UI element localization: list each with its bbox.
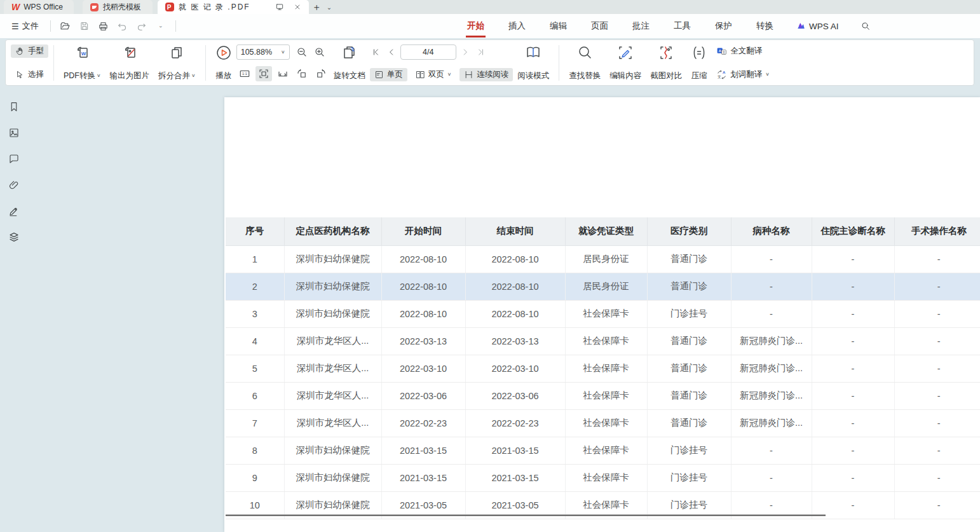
- fit-width-icon[interactable]: [275, 66, 291, 81]
- menu-insert[interactable]: 插入: [507, 18, 527, 34]
- save-icon[interactable]: [76, 18, 93, 34]
- ribbon-background: 手型 选择 W PDF转换∨ 输出为图片 拆分合并∨ 播放 105.88% ∨: [0, 38, 980, 87]
- close-tab-icon[interactable]: [294, 3, 301, 11]
- table-cell: 深圳市龙华区人...: [284, 355, 381, 382]
- zoom-in-icon[interactable]: [314, 46, 325, 58]
- menu-start[interactable]: 开始: [466, 18, 486, 34]
- read-mode-button[interactable]: 阅读模式: [513, 44, 554, 81]
- undo-icon[interactable]: [114, 18, 131, 34]
- redo-icon[interactable]: [133, 18, 150, 34]
- table-cell: 社会保障卡: [565, 382, 647, 409]
- signature-pen-icon[interactable]: [7, 204, 21, 218]
- divider: [559, 45, 559, 81]
- quickbar-chevron-icon[interactable]: ⌄: [153, 20, 169, 32]
- table-row[interactable]: 3深圳市妇幼保健院2022-08-102022-08-10社会保障卡门诊挂号--…: [226, 300, 980, 327]
- table-row[interactable]: 5深圳市龙华区人...2022-03-102022-03-10社会保障卡普通门诊…: [226, 355, 980, 382]
- table-cell: 社会保障卡: [565, 355, 647, 382]
- table-cell: 深圳市龙华区人...: [284, 327, 381, 355]
- menu-edit[interactable]: 编辑: [548, 18, 568, 34]
- pdf-page[interactable]: 序号定点医药机构名称开始时间结束时间就诊凭证类型医疗类别病种名称住院主诊断名称手…: [224, 97, 980, 532]
- table-row[interactable]: 1深圳市妇幼保健院2022-08-102022-08-10居民身份证普通门诊--…: [226, 245, 980, 273]
- pointer-tools-group: 手型 选择: [11, 44, 48, 81]
- menubar-search-icon[interactable]: [861, 21, 871, 31]
- document-area[interactable]: 序号定点医药机构名称开始时间结束时间就诊凭证类型医疗类别病种名称住院主诊断名称手…: [28, 87, 980, 532]
- tab-wps-office[interactable]: W WPS Office: [4, 0, 74, 14]
- table-header-cell: 病种名称: [731, 217, 812, 245]
- export-as-image-button[interactable]: 输出为图片: [105, 44, 154, 81]
- tab-list-chevron-icon[interactable]: ⌄: [324, 0, 334, 14]
- read-mode-label: 阅读模式: [517, 71, 549, 81]
- file-menu-button[interactable]: ☰ 文件: [6, 18, 44, 34]
- next-page-icon[interactable]: [459, 45, 472, 59]
- attachment-icon[interactable]: [7, 178, 21, 192]
- table-cell: 社会保障卡: [565, 327, 647, 355]
- print-icon[interactable]: [95, 18, 112, 34]
- double-page-button[interactable]: 双页 ∨: [411, 68, 456, 81]
- translate-group: A文 全文翻译 文A 划词翻译 ∨: [712, 44, 774, 81]
- fit-page-icon[interactable]: [255, 66, 272, 81]
- tab-docer-label: 找稻壳模板: [103, 2, 141, 13]
- word-translate-button[interactable]: 文A 划词翻译 ∨: [712, 68, 774, 81]
- table-row[interactable]: 9深圳市妇幼保健院2021-03-152021-03-15社会保障卡门诊挂号--…: [226, 464, 980, 491]
- chevron-down-icon: ∨: [281, 50, 285, 55]
- open-folder-icon[interactable]: [57, 18, 74, 34]
- bookmark-icon[interactable]: [7, 100, 21, 114]
- full-translate-button[interactable]: A文 全文翻译: [712, 44, 774, 58]
- rotate-right-icon[interactable]: [313, 66, 329, 81]
- table-cell: 社会保障卡: [565, 300, 647, 327]
- tab-docer-templates[interactable]: 找稻壳模板: [83, 0, 153, 14]
- wps-ai-label: WPS AI: [809, 22, 839, 31]
- table-horizontal-scrollbar[interactable]: [226, 514, 826, 516]
- play-icon: [215, 44, 232, 61]
- hand-tool-button[interactable]: 手型: [11, 44, 48, 58]
- page-indicator-input[interactable]: 4/4: [400, 44, 456, 60]
- comment-icon[interactable]: [7, 152, 21, 166]
- menu-protect[interactable]: 保护: [714, 18, 733, 34]
- first-page-icon[interactable]: [370, 45, 383, 59]
- pdf-convert-button[interactable]: W PDF转换∨: [59, 44, 105, 81]
- previous-page-icon[interactable]: [385, 45, 398, 59]
- actual-size-icon[interactable]: 1:1: [236, 66, 253, 81]
- compress-button[interactable]: 压缩: [686, 44, 712, 81]
- new-tab-button[interactable]: ＋: [309, 0, 324, 14]
- table-cell: 2022-08-10: [465, 245, 565, 273]
- table-cell: 9: [226, 464, 284, 491]
- table-row[interactable]: 2深圳市妇幼保健院2022-08-102022-08-10居民身份证普通门诊--…: [226, 273, 980, 300]
- table-cell: 社会保障卡: [565, 464, 647, 491]
- table-cell: 2022-08-10: [381, 300, 465, 327]
- split-merge-button[interactable]: 拆分合并∨: [154, 44, 200, 81]
- wps-ai-button[interactable]: WPS AI: [796, 22, 839, 31]
- window-tab-strip: W WPS Office 找稻壳模板 P 就 医 记 录 .PDF ＋ ⌄: [0, 0, 980, 14]
- menu-page[interactable]: 页面: [590, 18, 609, 34]
- select-tool-button[interactable]: 选择: [11, 68, 48, 81]
- table-row[interactable]: 4深圳市龙华区人...2022-03-132022-03-13社会保障卡普通门诊…: [226, 327, 980, 355]
- table-cell: 普通门诊: [647, 355, 731, 382]
- wps-logo-icon: W: [11, 2, 19, 12]
- table-cell: 门诊挂号: [647, 437, 731, 464]
- single-page-button[interactable]: 单页: [370, 68, 407, 81]
- cursor-icon: [15, 70, 25, 79]
- last-page-icon[interactable]: [474, 45, 487, 59]
- table-row[interactable]: 6深圳市龙华区人...2022-03-062022-03-06社会保障卡普通门诊…: [226, 382, 980, 409]
- menu-comment[interactable]: 批注: [631, 18, 651, 34]
- monitor-icon[interactable]: [275, 3, 284, 11]
- table-cell: 深圳市龙华区人...: [284, 382, 381, 409]
- rotate-document-button[interactable]: 旋转文档: [329, 44, 370, 81]
- thumbnail-icon[interactable]: [7, 126, 21, 140]
- divider: [53, 45, 54, 81]
- play-button[interactable]: 播放: [211, 44, 236, 81]
- table-row[interactable]: 7深圳市龙华区人...2022-02-232022-02-23社会保障卡普通门诊…: [226, 409, 980, 437]
- menu-tools[interactable]: 工具: [672, 18, 692, 34]
- zoom-out-icon[interactable]: [296, 46, 308, 58]
- screenshot-compare-button[interactable]: 截图对比: [646, 44, 686, 81]
- continuous-read-button[interactable]: 连续阅读: [459, 68, 513, 81]
- table-header-cell: 医疗类别: [647, 217, 731, 245]
- find-replace-button[interactable]: 查找替换: [564, 44, 605, 81]
- edit-content-button[interactable]: 编辑内容: [605, 44, 646, 81]
- layers-icon[interactable]: [7, 230, 21, 244]
- zoom-level-select[interactable]: 105.88% ∨: [236, 44, 290, 60]
- rotate-left-icon[interactable]: [294, 66, 310, 81]
- table-row[interactable]: 8深圳市妇幼保健院2021-03-152021-03-15社会保障卡门诊挂号--…: [226, 437, 980, 464]
- menu-convert[interactable]: 转换: [755, 18, 775, 34]
- tab-document-pdf[interactable]: P 就 医 记 录 .PDF: [158, 0, 309, 14]
